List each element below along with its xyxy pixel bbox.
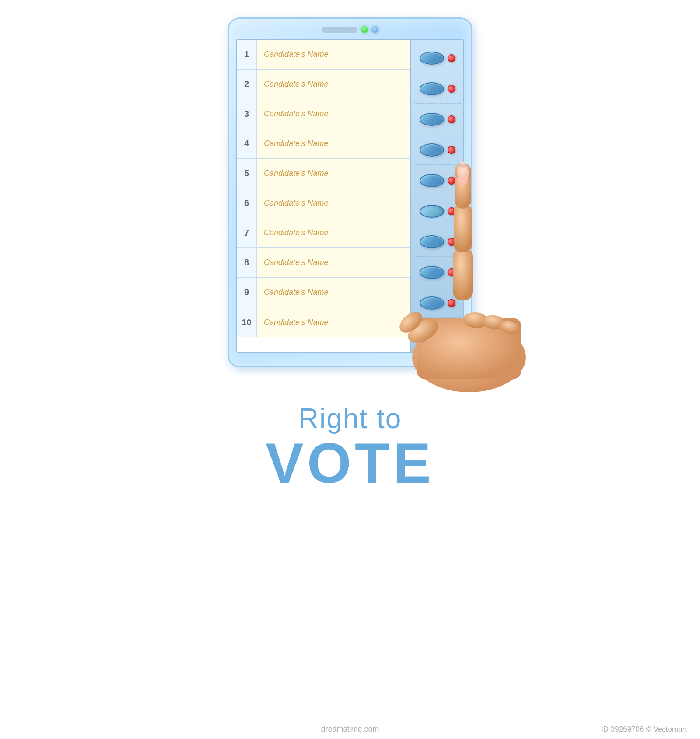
candidate-name: Candidate's Name [257, 134, 410, 153]
candidate-name: Candidate's Name [257, 282, 410, 302]
candidate-name: Candidate's Name [257, 193, 410, 213]
evm-device: 1 Candidate's Name 2 Candidate's Name 3 … [228, 17, 472, 367]
table-row: 10 Candidate's Name [237, 307, 410, 337]
right-to-label: Right to [266, 402, 434, 435]
image-id: ID 39269706 © Vectomart [601, 725, 687, 734]
indicator-dot-2 [448, 85, 455, 93]
candidate-number: 7 [237, 218, 257, 247]
table-row: 2 Candidate's Name [237, 70, 410, 99]
led-green-icon [361, 27, 368, 33]
indicator-dot-1 [448, 54, 455, 62]
vote-button-1[interactable] [420, 52, 444, 65]
led-blue-icon [372, 27, 378, 33]
svg-rect-8 [454, 204, 472, 252]
bottom-text: Right to VOTE [266, 402, 434, 492]
watermark: dreamstime.com [321, 725, 379, 734]
candidate-number: 6 [237, 188, 257, 218]
hand-illustration [388, 147, 554, 392]
table-row: 4 Candidate's Name [237, 129, 410, 159]
svg-rect-7 [453, 248, 473, 300]
candidate-number: 1 [237, 40, 257, 69]
vote-button-2[interactable] [420, 82, 444, 95]
candidate-name: Candidate's Name [257, 313, 410, 332]
main-container: 1 Candidate's Name 2 Candidate's Name 3 … [228, 17, 472, 492]
candidate-number: 4 [237, 129, 257, 158]
vote-label: VOTE [266, 435, 434, 492]
candidate-name: Candidate's Name [257, 74, 410, 94]
candidate-number: 5 [237, 159, 257, 188]
candidate-number: 3 [237, 99, 257, 129]
candidate-number: 2 [237, 70, 257, 99]
indicator-dot-3 [448, 115, 455, 123]
table-row: 9 Candidate's Name [237, 278, 410, 307]
candidate-number: 8 [237, 248, 257, 277]
evm-card-slot [322, 27, 357, 33]
table-row: 5 Candidate's Name [237, 159, 410, 188]
candidate-name: Candidate's Name [257, 223, 410, 243]
candidate-name: Candidate's Name [257, 164, 410, 183]
svg-point-15 [458, 164, 467, 168]
vote-button-row [414, 43, 461, 73]
table-row: 7 Candidate's Name [237, 218, 410, 248]
table-row: 8 Candidate's Name [237, 248, 410, 278]
table-row: 6 Candidate's Name [237, 188, 410, 218]
evm-body: 1 Candidate's Name 2 Candidate's Name 3 … [228, 17, 472, 367]
candidate-name: Candidate's Name [257, 253, 410, 272]
vote-button-row [414, 74, 461, 104]
table-row: 1 Candidate's Name [237, 40, 410, 70]
candidate-number: 10 [237, 307, 257, 337]
evm-top [236, 27, 464, 33]
candidate-name: Candidate's Name [257, 45, 410, 64]
table-row: 3 Candidate's Name [237, 99, 410, 129]
vote-button-3[interactable] [420, 113, 444, 126]
vote-button-row [414, 105, 461, 134]
candidate-name: Candidate's Name [257, 104, 410, 124]
candidate-number: 9 [237, 278, 257, 307]
ballot-list: 1 Candidate's Name 2 Candidate's Name 3 … [237, 40, 411, 352]
